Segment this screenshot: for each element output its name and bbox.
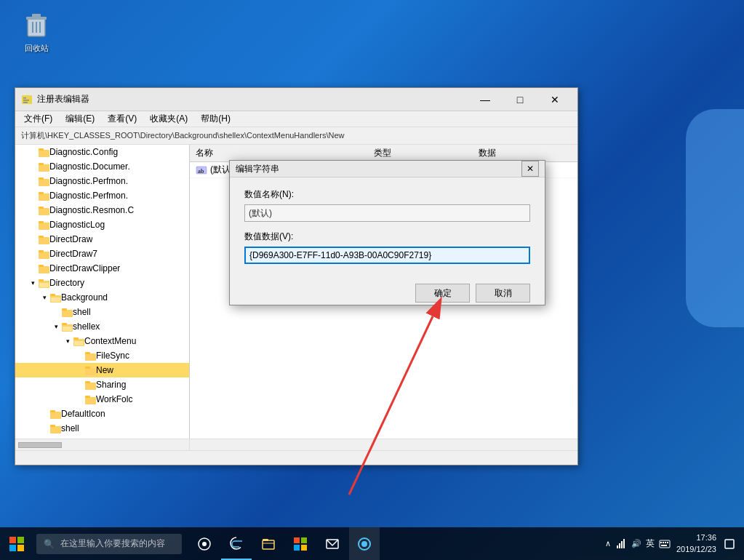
taskview-button[interactable]	[189, 527, 220, 560]
tree-item-diagnostic-perfmon2[interactable]: Diagnostic.Perfmon.	[15, 188, 189, 203]
mail-button[interactable]	[317, 527, 348, 560]
edge-icon	[229, 536, 244, 551]
folder-icon	[39, 264, 49, 273]
svg-rect-86	[725, 540, 734, 548]
svg-rect-29	[39, 279, 44, 281]
edit-string-dialog: 编辑字符串 ✕ 数值名称(N): 数值数据(V): 确定 取消	[229, 160, 545, 305]
tree-item-diagnostic-config[interactable]: Diagnostic.Config	[15, 145, 189, 159]
store-button[interactable]	[285, 527, 316, 560]
registry-tree[interactable]: Diagnostic.Config Diagnostic.Documer. Di…	[15, 145, 190, 439]
svg-rect-67	[263, 539, 268, 541]
explorer-button[interactable]	[253, 527, 284, 560]
horizontal-scrollbar[interactable]	[15, 439, 577, 450]
chevron-up-icon[interactable]: ∧	[605, 539, 611, 548]
svg-rect-8	[23, 100, 29, 101]
dialog-close-button[interactable]: ✕	[521, 161, 539, 177]
svg-rect-60	[9, 537, 16, 543]
tree-item-shellex[interactable]: ▾ shellex	[15, 319, 189, 334]
minimize-button[interactable]: —	[468, 89, 502, 110]
svg-rect-77	[619, 543, 620, 548]
maximize-button[interactable]: □	[503, 89, 537, 110]
field-data-input[interactable]	[244, 247, 530, 264]
folder-icon	[39, 191, 49, 201]
tree-item-directdraw7[interactable]: DirectDraw7	[15, 247, 189, 261]
recycle-bin-icon[interactable]: 回收站	[11, 11, 62, 54]
recycle-bin-label: 回收站	[25, 43, 49, 54]
menu-edit[interactable]: 编辑(E)	[60, 112, 100, 127]
svg-rect-53	[50, 425, 55, 427]
tree-item-sharing[interactable]: Sharing	[15, 377, 189, 392]
svg-rect-26	[39, 266, 49, 273]
ok-button[interactable]: 确定	[415, 284, 470, 303]
svg-rect-41	[74, 341, 84, 345]
tree-item-directdrawclipper[interactable]: DirectDrawClipper	[15, 261, 189, 276]
registry-address-bar[interactable]: 计算机\HKEY_CLASSES_ROOT\Directory\Backgrou…	[15, 127, 577, 145]
svg-rect-15	[39, 177, 44, 180]
menu-file[interactable]: 文件(F)	[18, 112, 58, 127]
folder-open-icon	[39, 279, 49, 288]
task-view-icon	[197, 537, 212, 551]
registry-window-title: 注册表编辑器	[37, 93, 468, 105]
dialog-titlebar: 编辑字符串 ✕	[230, 161, 545, 177]
svg-rect-46	[85, 383, 96, 390]
notification-button[interactable]	[722, 537, 737, 551]
edge-button[interactable]	[221, 527, 252, 560]
keyboard-icon[interactable]	[659, 538, 671, 550]
tree-item-shell[interactable]: shell	[15, 305, 189, 319]
svg-rect-72	[301, 545, 307, 551]
decorative-shape	[686, 109, 744, 327]
menu-view[interactable]: 查看(V)	[102, 112, 143, 127]
tree-item-shell2[interactable]: shell	[15, 421, 189, 436]
svg-rect-24	[39, 252, 49, 259]
svg-rect-79	[623, 539, 625, 548]
svg-rect-14	[39, 179, 49, 186]
network-icon[interactable]	[615, 538, 627, 550]
tree-item-diagnosticlog[interactable]: DiagnosticLog	[15, 217, 189, 232]
volume-icon[interactable]: 🔊	[631, 539, 641, 548]
svg-rect-76	[617, 545, 618, 548]
dialog-buttons: 确定 取消	[230, 280, 545, 310]
svg-rect-66	[263, 540, 274, 549]
address-text: 计算机\HKEY_CLASSES_ROOT\Directory\Backgrou…	[21, 130, 344, 141]
svg-rect-63	[17, 545, 24, 551]
svg-rect-18	[39, 208, 49, 215]
close-button[interactable]: ✕	[538, 89, 572, 110]
folder-open-icon	[62, 322, 73, 332]
menu-favorites[interactable]: 收藏夹(A)	[144, 112, 193, 127]
svg-rect-16	[39, 193, 49, 201]
tree-item-contextmenu[interactable]: ▾ ContextMenu	[15, 334, 189, 348]
search-icon: 🔍	[44, 539, 55, 549]
tree-item-background[interactable]: ▾ Background	[15, 290, 189, 305]
svg-rect-30	[39, 283, 49, 287]
tree-item-diagnostic-resmon[interactable]: Diagnostic.Resmon.C	[15, 203, 189, 217]
svg-rect-47	[85, 381, 90, 383]
svg-rect-21	[39, 221, 44, 223]
desktop: 回收站 注册表编辑器 — □ ✕ 文件(F) 编辑	[0, 0, 744, 560]
tree-item-new[interactable]: New	[15, 363, 189, 377]
taskbar-clock[interactable]: 17:36 2019/12/23	[676, 532, 716, 555]
svg-rect-23	[39, 236, 44, 238]
tree-item-workfolc[interactable]: WorkFolc	[15, 392, 189, 407]
tree-item-diagnostic-documer[interactable]: Diagnostic.Documer.	[15, 159, 189, 174]
tree-item-defaulticon[interactable]: DefaultIcon	[15, 407, 189, 421]
tree-item-directdraw[interactable]: DirectDraw	[15, 232, 189, 247]
svg-rect-35	[62, 308, 67, 311]
dialog-title: 编辑字符串	[236, 163, 521, 175]
cortana-button[interactable]	[349, 527, 380, 560]
search-placeholder-text: 在这里输入你要搜索的内容	[60, 537, 165, 550]
taskbar-search[interactable]: 🔍 在这里输入你要搜索的内容	[36, 534, 182, 554]
language-indicator[interactable]: 英	[646, 537, 655, 550]
tree-item-diagnostic-perfmon1[interactable]: Diagnostic.Perfmon.	[15, 174, 189, 188]
tree-item-filesync[interactable]: FileSync	[15, 348, 189, 363]
field-name-input[interactable]	[244, 204, 530, 222]
tree-item-directory[interactable]: ▾ Directory	[15, 276, 189, 290]
svg-rect-38	[63, 327, 72, 331]
menu-help[interactable]: 帮助(H)	[195, 112, 236, 127]
registry-statusbar	[15, 450, 577, 465]
svg-rect-43	[85, 352, 90, 354]
folder-open-icon	[73, 337, 84, 346]
cancel-button[interactable]: 取消	[476, 284, 530, 303]
start-button[interactable]	[0, 527, 33, 560]
folder-icon	[39, 177, 49, 186]
svg-rect-11	[39, 148, 44, 151]
